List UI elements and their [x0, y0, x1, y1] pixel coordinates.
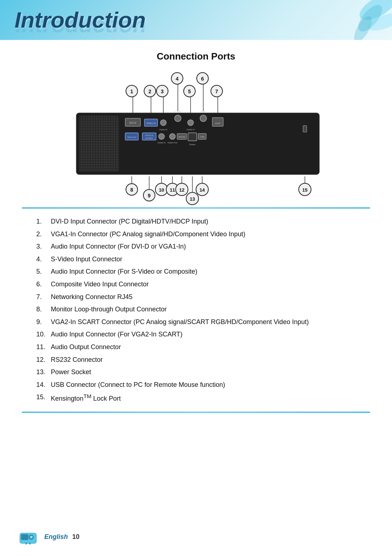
svg-text:11: 11: [170, 187, 175, 193]
header: Introduction Introduction: [0, 0, 392, 40]
list-item: 14.USB Connector (Connect to PC for Remo…: [36, 379, 356, 391]
list-item-number: 6.: [36, 279, 51, 290]
svg-text:13: 13: [190, 196, 195, 202]
list-item-number: 1.: [36, 216, 51, 227]
svg-text:DVI-D: DVI-D: [129, 122, 136, 124]
svg-text:Audio-In: Audio-In: [159, 128, 167, 131]
list-item-number: 11.: [36, 342, 51, 353]
list-item-number: 13.: [36, 367, 51, 378]
list-item-text: S-Video Input Connector: [51, 254, 356, 265]
list-item-number: 9.: [36, 316, 51, 328]
svg-rect-33: [188, 133, 197, 141]
list-item-number: 2.: [36, 229, 51, 240]
svg-rect-20: [212, 118, 223, 126]
separator-bottom: [22, 412, 370, 413]
header-decoration: [312, 0, 392, 40]
list-item-number: 8.: [36, 304, 51, 315]
list-item-text: VGA1-In Connector (PC Analog signal/HD/C…: [51, 229, 356, 240]
svg-text:12: 12: [179, 187, 184, 193]
svg-rect-89: [29, 543, 31, 544]
list-item: 12.RS232 Connector: [36, 354, 356, 365]
list-item: 15.KensingtonTM Lock Port: [36, 392, 356, 404]
list-item-text: KensingtonTM Lock Port: [51, 392, 356, 404]
list-item-text: Monitor Loop-through Output Connector: [51, 304, 356, 315]
list-item: 13.Power Socket: [36, 367, 356, 378]
main-content: Connection Ports DVI-D VGA1-In Audio-In: [0, 40, 392, 428]
svg-text:Audio-In: Audio-In: [187, 128, 195, 131]
ports-list: 1.DVI-D Input Connector (PC Digital/HDTV…: [22, 216, 370, 404]
svg-rect-88: [25, 543, 27, 544]
svg-point-18: [200, 115, 207, 122]
footer: English 10: [18, 529, 79, 545]
svg-point-29: [170, 134, 175, 139]
svg-text:6: 6: [201, 76, 204, 82]
list-item-text: RS232 Connector: [51, 354, 356, 365]
list-item-number: 7.: [36, 291, 51, 303]
list-item-text: Audio Output Connector: [51, 342, 356, 353]
svg-point-14: [175, 115, 181, 122]
svg-text:9: 9: [148, 193, 151, 199]
svg-text:4: 4: [176, 76, 179, 82]
list-item-text: Audio Input Connector (For S-Video or Co…: [51, 266, 356, 277]
list-item-text: Composite Video Input Connector: [51, 279, 356, 290]
list-item-text: Audio Input Connector (For DVI-D or VGA1…: [51, 241, 356, 252]
svg-text:USB: USB: [200, 136, 204, 138]
projector-icon: [18, 529, 40, 545]
list-item-text: Power Socket: [51, 367, 356, 378]
svg-text:RJ45: RJ45: [215, 122, 221, 124]
svg-text:1: 1: [130, 89, 133, 94]
list-item-number: 4.: [36, 254, 51, 265]
list-item-text: Networking Connector RJ45: [51, 291, 356, 303]
list-item-text: Audio Input Connector (For VGA2-In SCART…: [51, 329, 356, 340]
list-item-text: VGA2-In SCART Connector (PC Analog signa…: [51, 316, 356, 328]
svg-text:3: 3: [161, 89, 164, 94]
list-item-number: 3.: [36, 241, 51, 252]
svg-text:Audio-Out: Audio-Out: [167, 142, 177, 144]
svg-text:14: 14: [200, 187, 205, 193]
footer-language: English: [44, 533, 68, 541]
svg-text:VGA1-In: VGA1-In: [146, 122, 156, 124]
list-item: 2.VGA1-In Connector (PC Analog signal/HD…: [36, 229, 356, 240]
list-item: 8.Monitor Loop-through Output Connector: [36, 304, 356, 315]
svg-point-12: [160, 120, 166, 126]
footer-page: 10: [72, 533, 79, 541]
list-item: 1.DVI-D Input Connector (PC Digital/HDTV…: [36, 216, 356, 227]
list-item-number: 10.: [36, 329, 51, 340]
svg-text:SCART: SCART: [146, 137, 153, 139]
list-item-text: DVI-D Input Connector (PC Digital/HDTV/H…: [51, 216, 356, 227]
svg-text:Power: Power: [189, 143, 195, 146]
svg-text:8: 8: [130, 187, 133, 193]
list-item: 10.Audio Input Connector (For VGA2-In SC…: [36, 329, 356, 340]
svg-text:Audio-In: Audio-In: [158, 142, 166, 144]
list-item-number: 12.: [36, 354, 51, 365]
list-item: 7.Networking Connector RJ45: [36, 291, 356, 303]
page-title: Introduction: [15, 9, 146, 31]
list-item-text: USB Connector (Connect to PC for Remote …: [51, 379, 356, 391]
list-item: 9.VGA2-In SCART Connector (PC Analog sig…: [36, 316, 356, 328]
svg-text:2: 2: [148, 89, 151, 94]
list-item: 3.Audio Input Connector (For DVI-D or VG…: [36, 241, 356, 252]
svg-point-27: [159, 134, 164, 139]
list-item-number: 14.: [36, 379, 51, 391]
section-title: Connection Ports: [22, 51, 370, 62]
list-item-number: 15.: [36, 392, 51, 404]
svg-text:10: 10: [159, 187, 164, 193]
svg-rect-37: [303, 126, 307, 132]
svg-rect-85: [21, 534, 28, 540]
list-item: 11.Audio Output Connector: [36, 342, 356, 353]
svg-rect-7: [79, 116, 119, 172]
separator-top: [22, 207, 370, 209]
svg-text:VGA-Out: VGA-Out: [127, 136, 136, 138]
svg-text:RS232: RS232: [179, 136, 185, 138]
svg-text:VGA2-In: VGA2-In: [145, 134, 153, 136]
list-item: 4.S-Video Input Connector: [36, 254, 356, 265]
list-item-number: 5.: [36, 266, 51, 277]
list-item: 6.Composite Video Input Connector: [36, 279, 356, 290]
svg-point-16: [188, 120, 193, 126]
list-item: 5.Audio Input Connector (For S-Video or …: [36, 266, 356, 277]
svg-text:7: 7: [215, 89, 218, 94]
svg-text:5: 5: [188, 89, 191, 94]
svg-text:15: 15: [302, 187, 307, 193]
diagram-container: DVI-D VGA1-In Audio-In S-Video Audio-In …: [47, 69, 345, 207]
